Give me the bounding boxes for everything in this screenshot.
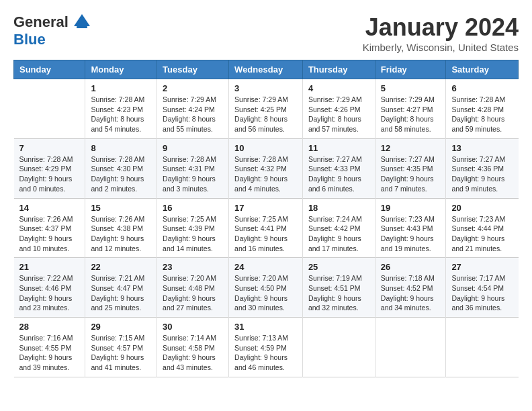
logo-blue-text: Blue [13, 31, 46, 48]
day-info: Sunrise: 7:14 AM Sunset: 4:58 PM Dayligh… [163, 333, 223, 373]
cell-w1-d1 [14, 79, 85, 139]
day-info: Sunrise: 7:28 AM Sunset: 4:23 PM Dayligh… [91, 95, 151, 134]
day-info: Sunrise: 7:19 AM Sunset: 4:51 PM Dayligh… [308, 273, 369, 313]
cell-w2-d3: 9Sunrise: 7:28 AM Sunset: 4:31 PM Daylig… [157, 138, 229, 198]
header-tuesday: Tuesday [157, 60, 229, 79]
day-info: Sunrise: 7:22 AM Sunset: 4:46 PM Dayligh… [19, 273, 80, 313]
day-info: Sunrise: 7:17 AM Sunset: 4:54 PM Dayligh… [451, 273, 513, 313]
day-info: Sunrise: 7:28 AM Sunset: 4:28 PM Dayligh… [451, 95, 513, 134]
day-number: 26 [381, 262, 441, 272]
day-info: Sunrise: 7:27 AM Sunset: 4:33 PM Dayligh… [308, 154, 369, 194]
cell-w4-d4: 24Sunrise: 7:20 AM Sunset: 4:50 PM Dayli… [229, 258, 303, 318]
cell-w4-d2: 22Sunrise: 7:21 AM Sunset: 4:47 PM Dayli… [85, 258, 157, 318]
day-number: 6 [451, 83, 513, 93]
logo: General Blue [13, 13, 94, 48]
day-number: 19 [381, 203, 441, 213]
cell-w5-d5 [302, 318, 375, 377]
cell-w4-d3: 23Sunrise: 7:20 AM Sunset: 4:48 PM Dayli… [157, 258, 229, 318]
day-info: Sunrise: 7:29 AM Sunset: 4:24 PM Dayligh… [163, 95, 223, 134]
day-info: Sunrise: 7:18 AM Sunset: 4:52 PM Dayligh… [381, 273, 441, 313]
day-number: 1 [91, 83, 151, 93]
cell-w2-d6: 12Sunrise: 7:27 AM Sunset: 4:35 PM Dayli… [375, 138, 446, 198]
svg-marker-0 [74, 14, 90, 26]
day-info: Sunrise: 7:26 AM Sunset: 4:38 PM Dayligh… [91, 214, 151, 254]
day-number: 24 [234, 262, 297, 272]
cell-w5-d7 [446, 318, 519, 377]
day-number: 3 [234, 83, 297, 93]
cell-w2-d7: 13Sunrise: 7:27 AM Sunset: 4:36 PM Dayli… [446, 138, 519, 198]
day-number: 25 [308, 262, 369, 272]
day-number: 4 [308, 83, 369, 93]
header-monday: Monday [85, 60, 157, 79]
day-info: Sunrise: 7:20 AM Sunset: 4:50 PM Dayligh… [234, 273, 297, 313]
cell-w1-d3: 2Sunrise: 7:29 AM Sunset: 4:24 PM Daylig… [157, 79, 229, 139]
cell-w1-d6: 5Sunrise: 7:29 AM Sunset: 4:27 PM Daylig… [375, 79, 446, 139]
cell-w1-d5: 4Sunrise: 7:29 AM Sunset: 4:26 PM Daylig… [302, 79, 375, 139]
header-wednesday: Wednesday [229, 60, 303, 79]
day-number: 10 [234, 143, 297, 153]
day-info: Sunrise: 7:20 AM Sunset: 4:48 PM Dayligh… [163, 273, 223, 313]
cell-w2-d1: 7Sunrise: 7:28 AM Sunset: 4:29 PM Daylig… [14, 138, 85, 198]
day-number: 29 [91, 322, 151, 332]
header-sunday: Sunday [14, 60, 85, 79]
day-number: 17 [234, 203, 297, 213]
cell-w3-d5: 18Sunrise: 7:24 AM Sunset: 4:42 PM Dayli… [302, 198, 375, 258]
cell-w3-d3: 16Sunrise: 7:25 AM Sunset: 4:39 PM Dayli… [157, 198, 229, 258]
day-number: 2 [163, 83, 223, 93]
logo-icon [70, 11, 94, 30]
svg-rect-1 [77, 26, 87, 28]
day-info: Sunrise: 7:28 AM Sunset: 4:30 PM Dayligh… [91, 154, 151, 194]
calendar-body: 1Sunrise: 7:28 AM Sunset: 4:23 PM Daylig… [14, 79, 519, 377]
cell-w4-d6: 26Sunrise: 7:18 AM Sunset: 4:52 PM Dayli… [375, 258, 446, 318]
header-saturday: Saturday [446, 60, 519, 79]
day-number: 15 [91, 203, 151, 213]
day-info: Sunrise: 7:28 AM Sunset: 4:29 PM Dayligh… [19, 154, 80, 194]
header-friday: Friday [375, 60, 446, 79]
day-info: Sunrise: 7:24 AM Sunset: 4:42 PM Dayligh… [308, 214, 369, 254]
week-row-4: 21Sunrise: 7:22 AM Sunset: 4:46 PM Dayli… [14, 258, 519, 318]
week-row-3: 14Sunrise: 7:26 AM Sunset: 4:37 PM Dayli… [14, 198, 519, 258]
calendar-header-row: Sunday Monday Tuesday Wednesday Thursday… [14, 60, 519, 79]
cell-w3-d7: 20Sunrise: 7:23 AM Sunset: 4:44 PM Dayli… [446, 198, 519, 258]
cell-w4-d7: 27Sunrise: 7:17 AM Sunset: 4:54 PM Dayli… [446, 258, 519, 318]
page-header: General Blue January 2024 Kimberly, Wisc… [13, 13, 519, 53]
day-info: Sunrise: 7:25 AM Sunset: 4:39 PM Dayligh… [163, 214, 223, 254]
week-row-5: 28Sunrise: 7:16 AM Sunset: 4:55 PM Dayli… [14, 318, 519, 377]
cell-w5-d1: 28Sunrise: 7:16 AM Sunset: 4:55 PM Dayli… [14, 318, 85, 377]
day-info: Sunrise: 7:23 AM Sunset: 4:44 PM Dayligh… [451, 214, 513, 254]
day-info: Sunrise: 7:13 AM Sunset: 4:59 PM Dayligh… [234, 333, 297, 373]
day-number: 20 [451, 203, 513, 213]
day-info: Sunrise: 7:23 AM Sunset: 4:43 PM Dayligh… [381, 214, 441, 254]
cell-w3-d1: 14Sunrise: 7:26 AM Sunset: 4:37 PM Dayli… [14, 198, 85, 258]
cell-w1-d4: 3Sunrise: 7:29 AM Sunset: 4:25 PM Daylig… [229, 79, 303, 139]
day-number: 30 [163, 322, 223, 332]
cell-w5-d2: 29Sunrise: 7:15 AM Sunset: 4:57 PM Dayli… [85, 318, 157, 377]
cell-w2-d5: 11Sunrise: 7:27 AM Sunset: 4:33 PM Dayli… [302, 138, 375, 198]
day-number: 23 [163, 262, 223, 272]
calendar-table: Sunday Monday Tuesday Wednesday Thursday… [13, 60, 519, 377]
cell-w4-d5: 25Sunrise: 7:19 AM Sunset: 4:51 PM Dayli… [302, 258, 375, 318]
cell-w5-d4: 31Sunrise: 7:13 AM Sunset: 4:59 PM Dayli… [229, 318, 303, 377]
cell-w3-d4: 17Sunrise: 7:25 AM Sunset: 4:41 PM Dayli… [229, 198, 303, 258]
day-number: 12 [381, 143, 441, 153]
logo-general-text: General [13, 13, 69, 31]
cell-w3-d6: 19Sunrise: 7:23 AM Sunset: 4:43 PM Dayli… [375, 198, 446, 258]
day-info: Sunrise: 7:29 AM Sunset: 4:25 PM Dayligh… [234, 95, 297, 134]
day-info: Sunrise: 7:29 AM Sunset: 4:26 PM Dayligh… [308, 95, 369, 134]
day-number: 11 [308, 143, 369, 153]
day-info: Sunrise: 7:27 AM Sunset: 4:35 PM Dayligh… [381, 154, 441, 194]
cell-w4-d1: 21Sunrise: 7:22 AM Sunset: 4:46 PM Dayli… [14, 258, 85, 318]
day-number: 22 [91, 262, 151, 272]
day-number: 31 [234, 322, 297, 332]
day-number: 16 [163, 203, 223, 213]
day-number: 5 [381, 83, 441, 93]
cell-w5-d6 [375, 318, 446, 377]
day-info: Sunrise: 7:15 AM Sunset: 4:57 PM Dayligh… [91, 333, 151, 373]
calendar-location: Kimberly, Wisconsin, United States [363, 42, 519, 53]
title-block: January 2024 Kimberly, Wisconsin, United… [363, 13, 519, 53]
day-info: Sunrise: 7:28 AM Sunset: 4:31 PM Dayligh… [163, 154, 223, 194]
week-row-1: 1Sunrise: 7:28 AM Sunset: 4:23 PM Daylig… [14, 79, 519, 139]
week-row-2: 7Sunrise: 7:28 AM Sunset: 4:29 PM Daylig… [14, 138, 519, 198]
day-number: 21 [19, 262, 80, 272]
day-info: Sunrise: 7:26 AM Sunset: 4:37 PM Dayligh… [19, 214, 80, 254]
